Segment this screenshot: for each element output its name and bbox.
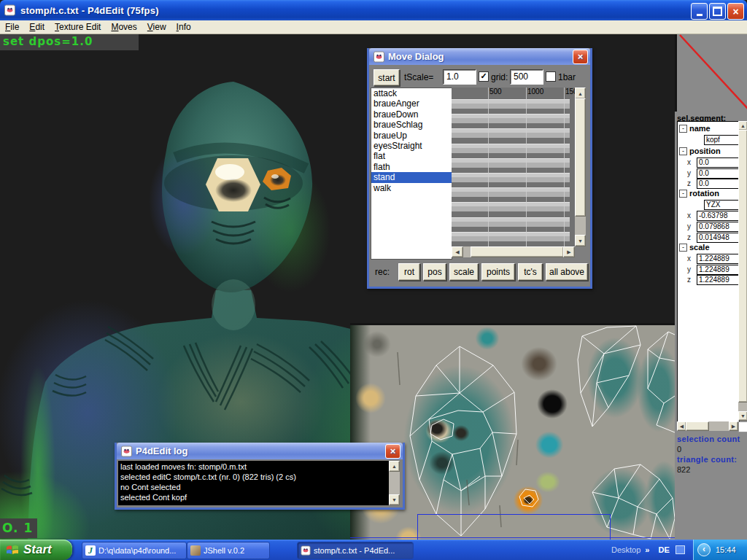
scroll-down-icon[interactable]: ▼ <box>575 235 586 246</box>
taskbar-item-explorer[interactable]: J D:\q\data\p4d\round... <box>82 542 187 559</box>
timeline-tracks <box>452 99 570 246</box>
list-item-selected[interactable]: stand <box>371 172 452 182</box>
tree-node-name[interactable]: -name <box>678 124 711 134</box>
rotation-order-field[interactable]: YZX <box>704 200 740 210</box>
scale-z-field[interactable]: 1.224889 <box>697 275 740 285</box>
scroll-right-icon[interactable]: ▶ <box>563 246 575 257</box>
rotation-y-field[interactable]: 0.079868 <box>697 222 740 232</box>
timeline-grid[interactable]: 500 1000 1500 <box>452 88 575 246</box>
p4dedit-app-icon <box>373 51 385 63</box>
rec-pos-button[interactable]: pos <box>423 263 446 281</box>
grid-checkbox[interactable]: ✓ <box>479 71 489 82</box>
curve-display[interactable] <box>675 34 747 112</box>
log-close-button[interactable]: × <box>385 444 400 459</box>
start-button[interactable]: start <box>374 69 400 86</box>
list-item[interactable]: eyesStraight <box>371 141 452 151</box>
timeline-hscroll-thumb[interactable] <box>471 246 564 257</box>
taskbar-clock[interactable]: 15:44 <box>716 545 736 554</box>
window-title: stomp/t.c.txt - P4dEdit (75fps) <box>20 5 159 16</box>
list-item[interactable]: braueSchlag <box>371 120 452 130</box>
collapse-icon[interactable]: - <box>679 244 687 252</box>
window-titlebar[interactable]: stomp/t.c.txt - P4dEdit (75fps) × <box>0 0 747 20</box>
collapse-icon[interactable]: - <box>679 125 687 133</box>
scroll-up-icon[interactable]: ▲ <box>575 88 586 99</box>
timeline-vertical-scrollbar[interactable]: ▲ ▼ <box>575 88 586 246</box>
tree-node-rotation[interactable]: -rotation <box>678 189 719 199</box>
grid-label: grid: <box>491 72 508 82</box>
menu-info[interactable]: Info <box>171 21 196 33</box>
name-value-field[interactable]: kopf <box>704 135 740 145</box>
scroll-down-icon[interactable]: ▼ <box>389 494 400 505</box>
p4dedit-app-icon <box>4 4 16 16</box>
scroll-left-icon[interactable]: ◀ <box>452 246 463 257</box>
maximize-button[interactable] <box>709 3 726 20</box>
rotation-z-field[interactable]: 0.014948 <box>697 233 740 243</box>
tree-node-position[interactable]: -position <box>678 147 721 157</box>
menu-texture-edit[interactable]: Texture Edit <box>50 21 106 33</box>
moves-list[interactable]: attack braueAnger braueDown braueSchlag … <box>371 88 452 260</box>
segment-tree[interactable]: -name kopf -position x 0.0 y 0.0 z 0.0 -… <box>677 121 740 422</box>
rec-scale-button[interactable]: scale <box>449 263 479 281</box>
desktop-toolbar-label[interactable]: Desktop <box>611 545 640 554</box>
move-dialog-titlebar[interactable]: Move Dialog × <box>369 48 590 65</box>
p4dedit-app-icon <box>301 545 311 556</box>
log-window: P4dEdit log × last loaded moves fn: stom… <box>115 443 405 510</box>
tree-vertical-scrollbar[interactable]: ▲ ▼ <box>738 121 747 421</box>
menu-view[interactable]: View <box>142 21 171 33</box>
scroll-down-icon[interactable]: ▼ <box>738 411 747 421</box>
onebar-checkbox[interactable] <box>546 71 556 82</box>
tree-hscroll-thumb[interactable] <box>686 421 709 431</box>
tscale-input[interactable]: 1.0 <box>443 69 476 85</box>
onebar-label: 1bar <box>558 72 576 82</box>
timeline-horizontal-scrollbar[interactable]: ◀ ▶ <box>452 246 575 257</box>
close-button[interactable]: × <box>727 3 744 20</box>
grid-size-input[interactable]: 500 <box>510 69 543 85</box>
log-window-titlebar[interactable]: P4dEdit log × <box>117 443 403 459</box>
position-y-field[interactable]: 0.0 <box>697 168 740 179</box>
scroll-up-icon[interactable]: ▲ <box>389 461 400 472</box>
scale-x-field[interactable]: 1.224889 <box>697 254 740 264</box>
list-item[interactable]: attack <box>371 88 452 98</box>
timeline-gridline <box>488 88 489 246</box>
tree-horizontal-scrollbar[interactable]: ◀ ▶ <box>677 421 738 431</box>
minimize-button[interactable] <box>691 3 708 20</box>
taskbar-item-label: D:\q\data\p4d\round... <box>98 546 176 555</box>
menu-moves[interactable]: Moves <box>106 21 142 33</box>
start-menu-button[interactable]: Start <box>0 540 72 560</box>
menu-file[interactable]: File <box>0 21 24 33</box>
list-item[interactable]: walk <box>371 183 452 193</box>
tray-display-icon[interactable] <box>676 545 685 554</box>
rec-all-above-button[interactable]: all above <box>546 263 588 281</box>
counter-overlay-text: O. 1 <box>0 518 37 538</box>
tree-node-scale[interactable]: -scale <box>678 243 710 253</box>
scroll-right-icon[interactable]: ▶ <box>729 421 738 431</box>
list-item[interactable]: braueDown <box>371 109 452 120</box>
menu-edit[interactable]: Edit <box>24 21 50 33</box>
collapse-icon[interactable]: - <box>679 147 687 155</box>
list-item[interactable]: braueAnger <box>371 98 452 109</box>
log-output[interactable]: last loaded moves fn: stomp/0.m.txt sele… <box>118 461 391 505</box>
log-vertical-scrollbar[interactable]: ▲ ▼ <box>389 461 400 505</box>
rotation-x-field[interactable]: -0.63798 <box>697 211 740 221</box>
move-dialog-close-button[interactable]: × <box>573 50 588 64</box>
tree-vscroll-thumb[interactable] <box>738 130 747 402</box>
windows-flag-icon <box>4 542 20 557</box>
taskbar-item-p4dedit[interactable]: stomp/t.c.txt - P4dEd... <box>297 542 414 559</box>
rec-rot-button[interactable]: rot <box>398 263 420 281</box>
tray-collapse-icon[interactable]: ‹ <box>697 543 711 556</box>
position-x-field[interactable]: 0.0 <box>697 158 740 168</box>
list-item[interactable]: flat <box>371 151 452 161</box>
taskbar-item-jshell[interactable]: JShell v.0.2 <box>187 542 270 559</box>
list-item[interactable]: flath <box>371 162 452 172</box>
language-indicator[interactable]: DE <box>658 545 669 554</box>
toolbar-chevron-icon[interactable]: » <box>645 545 649 554</box>
log-window-title: P4dEdit log <box>136 446 188 456</box>
collapse-icon[interactable]: - <box>679 190 687 198</box>
list-item[interactable]: braueUp <box>371 131 452 141</box>
timeline-vscroll-thumb[interactable] <box>575 98 586 217</box>
rec-tcs-button[interactable]: tc's <box>518 263 543 281</box>
scale-y-field[interactable]: 1.224889 <box>697 265 740 275</box>
rec-points-button[interactable]: points <box>481 263 515 281</box>
system-tray: ‹ 15:44 <box>693 540 747 560</box>
position-z-field[interactable]: 0.0 <box>697 179 740 189</box>
